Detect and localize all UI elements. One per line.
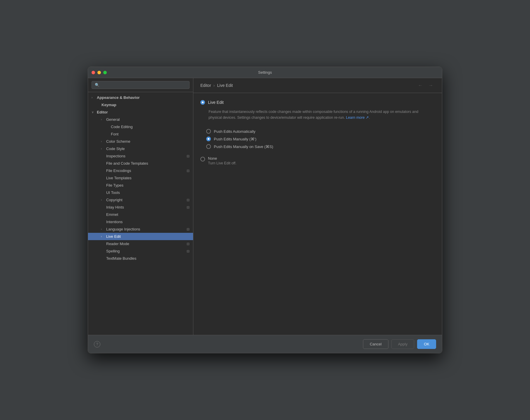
sidebar-item-spelling[interactable]: Spelling ⊟: [88, 247, 193, 255]
push-on-save-option[interactable]: Push Edits Manually on Save (⌘S): [206, 143, 435, 150]
sidebar-item-live-edit[interactable]: › Live Edit: [88, 233, 193, 240]
chevron-icon: ›: [101, 140, 104, 143]
sidebar-item-file-encodings[interactable]: File Encodings ⊟: [88, 167, 193, 174]
sidebar-item-label: Spelling: [106, 249, 120, 253]
push-options-group: Push Edits Automatically Push Edits Manu…: [206, 128, 435, 150]
sidebar-item-label: Inlay Hints: [106, 205, 124, 209]
apply-button[interactable]: Apply: [391, 339, 414, 349]
sidebar-item-file-types[interactable]: File Types: [88, 182, 193, 189]
cancel-button[interactable]: Cancel: [363, 339, 388, 349]
chevron-icon: ›: [101, 147, 104, 150]
sidebar-item-label: Intentions: [106, 220, 123, 224]
sidebar-item-label: Copyright: [106, 198, 123, 202]
sidebar-item-label: Color Scheme: [106, 139, 130, 144]
chevron-icon: ›: [101, 235, 104, 238]
chevron-icon: ›: [101, 118, 104, 121]
sidebar-item-label: File and Code Templates: [106, 161, 148, 166]
live-edit-description: Feature that instantaneously reflects co…: [209, 109, 431, 121]
minus-icon: ⊟: [187, 169, 190, 173]
sidebar-list: › Appearance & Behavior Keymap ∨ Editor …: [88, 92, 193, 335]
sidebar: › Appearance & Behavior Keymap ∨ Editor …: [88, 78, 193, 335]
sidebar-item-label: Inspections: [106, 154, 125, 158]
nav-back-button[interactable]: ←: [416, 82, 424, 89]
sidebar-item-color-scheme[interactable]: › Color Scheme: [88, 138, 193, 145]
window-title: Settings: [258, 70, 272, 75]
none-description: Turn Live Edit off.: [208, 161, 236, 165]
sidebar-item-label: Code Style: [106, 147, 125, 151]
sidebar-item-ui-tools[interactable]: UI Tools: [88, 189, 193, 196]
maximize-button[interactable]: [103, 71, 107, 74]
close-button[interactable]: [92, 71, 95, 74]
content-body: Live Edit Feature that instantaneously r…: [193, 93, 442, 335]
sidebar-item-font[interactable]: Font: [88, 130, 193, 138]
chevron-icon: ›: [101, 198, 104, 202]
sidebar-item-label: Language Injections: [106, 227, 140, 231]
learn-more-link[interactable]: Learn more ↗: [346, 116, 369, 120]
sidebar-item-general[interactable]: › General: [88, 116, 193, 123]
sidebar-item-language-injections[interactable]: › Language Injections ⊟: [88, 226, 193, 233]
ok-button[interactable]: OK: [417, 339, 436, 349]
sidebar-item-editor[interactable]: ∨ Editor: [88, 109, 193, 116]
sidebar-item-label: File Encodings: [106, 168, 131, 173]
breadcrumb-separator: ›: [214, 83, 215, 88]
chevron-icon: ∨: [92, 111, 95, 114]
live-edit-radio[interactable]: [200, 100, 205, 105]
sidebar-item-live-templates[interactable]: Live Templates: [88, 174, 193, 182]
live-edit-label: Live Edit: [208, 100, 224, 105]
sidebar-item-file-code-templates[interactable]: File and Code Templates: [88, 160, 193, 167]
none-radio[interactable]: [200, 157, 205, 161]
settings-window: Settings › Appearance & Behavior Keymap: [88, 67, 442, 353]
none-label: None: [208, 156, 236, 161]
minus-icon: ⊟: [187, 242, 190, 246]
push-auto-option[interactable]: Push Edits Automatically: [206, 128, 435, 135]
push-manually-radio[interactable]: [206, 137, 211, 141]
minus-icon: ⊟: [187, 198, 190, 202]
sidebar-item-code-style[interactable]: › Code Style: [88, 145, 193, 152]
main-content: › Appearance & Behavior Keymap ∨ Editor …: [88, 78, 442, 335]
minus-icon: ⊟: [187, 227, 190, 231]
breadcrumb-parent: Editor: [200, 83, 211, 88]
sidebar-item-intentions[interactable]: Intentions: [88, 218, 193, 226]
sidebar-item-code-editing[interactable]: Code Editing: [88, 123, 193, 130]
sidebar-item-label: File Types: [106, 183, 123, 187]
push-on-save-radio[interactable]: [206, 144, 211, 149]
nav-forward-button[interactable]: →: [427, 82, 435, 89]
sidebar-item-label: Editor: [97, 110, 108, 114]
sidebar-item-label: UI Tools: [106, 190, 120, 195]
chevron-icon: ›: [92, 96, 95, 99]
sidebar-item-label: Keymap: [101, 103, 116, 107]
none-option[interactable]: None Turn Live Edit off.: [200, 156, 435, 165]
breadcrumb: Editor › Live Edit: [200, 83, 233, 88]
sidebar-item-reader-mode[interactable]: Reader Mode ⊟: [88, 240, 193, 247]
sidebar-item-label: TextMate Bundles: [106, 256, 136, 261]
breadcrumb-current: Live Edit: [217, 83, 233, 88]
minus-icon: ⊟: [187, 249, 190, 253]
push-auto-label: Push Edits Automatically: [214, 129, 255, 134]
sidebar-item-copyright[interactable]: › Copyright ⊟: [88, 196, 193, 204]
sidebar-item-appearance-behavior[interactable]: › Appearance & Behavior: [88, 94, 193, 101]
sidebar-item-label: Appearance & Behavior: [97, 95, 140, 100]
sidebar-item-label: Reader Mode: [106, 242, 129, 246]
minimize-button[interactable]: [97, 71, 101, 74]
sidebar-item-inlay-hints[interactable]: Inlay Hints ⊟: [88, 204, 193, 211]
sidebar-item-keymap[interactable]: Keymap: [88, 101, 193, 109]
sidebar-item-emmet[interactable]: Emmet: [88, 211, 193, 218]
minus-icon: ⊟: [187, 205, 190, 209]
traffic-lights: [92, 71, 107, 74]
titlebar: Settings: [88, 67, 442, 78]
push-manually-option[interactable]: Push Edits Manually (⌘'): [206, 135, 435, 143]
bottom-bar: ? Cancel Apply OK: [88, 335, 442, 353]
sidebar-item-inspections[interactable]: Inspections ⊟: [88, 152, 193, 160]
live-edit-option[interactable]: Live Edit: [200, 100, 435, 105]
push-auto-radio[interactable]: [206, 129, 211, 134]
sidebar-item-label: Live Templates: [106, 176, 131, 180]
search-bar: [88, 78, 193, 92]
sidebar-item-textmate-bundles[interactable]: TextMate Bundles: [88, 255, 193, 262]
sidebar-item-label: Code Editing: [111, 125, 132, 129]
nav-arrows: ← →: [416, 82, 435, 89]
help-button[interactable]: ?: [94, 341, 100, 347]
sidebar-item-label: Emmet: [106, 212, 118, 217]
content-area: Editor › Live Edit ← → Live Edit: [193, 78, 442, 335]
search-input[interactable]: [92, 81, 190, 89]
push-on-save-label: Push Edits Manually on Save (⌘S): [214, 144, 273, 149]
